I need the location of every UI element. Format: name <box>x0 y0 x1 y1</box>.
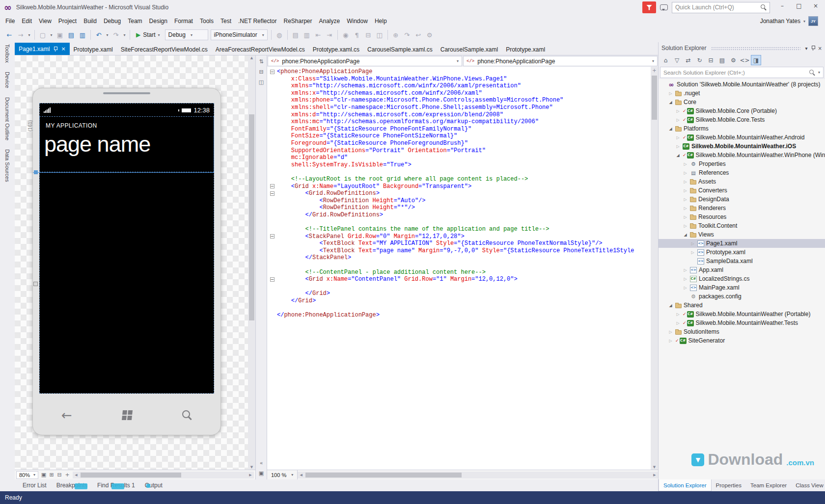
increase-indent-icon[interactable]: ⇥ <box>324 29 335 40</box>
tree-item-silkweb-mobile-core-portable[interactable]: ▷✓C#Silkweb.Mobile.Core (Portable) <box>659 106 825 115</box>
collapse-arrow-icon[interactable]: ◢ <box>668 127 673 131</box>
decrease-indent-icon[interactable]: ⇤ <box>313 29 324 40</box>
designer-code-splitter[interactable]: ⇅⊟◫ «▣ <box>255 55 267 479</box>
bottom-tab-output[interactable]: Output <box>141 480 166 490</box>
open-file-icon[interactable]: ▣ <box>55 29 65 40</box>
page-title-textblock[interactable]: page name <box>44 132 150 157</box>
code-horizontal-scrollbar[interactable]: ◀ ▶ <box>298 472 658 478</box>
scroll-up-icon[interactable]: ▲ <box>250 56 253 60</box>
expand-pane-icon[interactable]: ▣ <box>259 470 264 477</box>
tree-item-mainpage-xaml[interactable]: ▷<>MainPage.xaml <box>659 283 825 292</box>
menu-window[interactable]: Window <box>343 16 371 27</box>
expand-arrow-icon[interactable]: ▷ <box>683 277 688 281</box>
collapse-pane-icon[interactable]: « <box>260 460 263 466</box>
designer-horizontal-scrollbar[interactable]: ◀ ▶ <box>73 472 254 478</box>
expand-arrow-icon[interactable]: ▷ <box>683 286 688 290</box>
solution-explorer-search-input[interactable]: Search Solution Explorer (Ctrl+;) ▾ <box>660 67 824 78</box>
doc-tab-carouselsample-xaml[interactable]: CarouselSample.xaml <box>437 44 502 55</box>
scroll-left-icon[interactable]: ◀ <box>298 473 304 477</box>
breadcrumb-element-combo-right[interactable]: </> phone:PhoneApplicationPage ▾ <box>463 56 658 66</box>
quick-launch-input[interactable]: Quick Launch (Ctrl+Q) <box>672 2 770 13</box>
tool-tab-toolbox[interactable]: Toolbox <box>4 44 10 63</box>
solution-configuration-combo[interactable]: Debug▾ <box>165 29 208 40</box>
scrollbar-thumb[interactable] <box>652 76 657 120</box>
properties-icon[interactable]: ⚙ <box>728 55 739 65</box>
tree-item-prototype-xaml[interactable]: ▷<>Prototype.xaml <box>659 248 825 257</box>
tree-item-toolkit-content[interactable]: ▷Toolkit.Content <box>659 221 825 230</box>
tree-item-resources[interactable]: ▷Resources <box>659 212 825 221</box>
expand-arrow-icon[interactable]: ▷ <box>683 180 688 184</box>
menu-tools[interactable]: Tools <box>196 16 217 27</box>
new-file-dropdown-icon[interactable]: ▾ <box>49 33 54 37</box>
doc-tab-areaforecastreportviewmodel-cs[interactable]: AreaForecastReportViewModel.cs <box>212 44 309 55</box>
panel-tab-team-explorer[interactable]: Team Explorer <box>746 479 791 491</box>
options-icon[interactable]: ⚙ <box>424 29 435 40</box>
menu-view[interactable]: View <box>35 16 55 27</box>
horizontal-split-icon[interactable]: ⊟ <box>259 69 263 75</box>
doc-tab-prototype-xaml[interactable]: Prototype.xaml <box>502 44 549 55</box>
tree-item-solutionitems[interactable]: ▷SolutionItems <box>659 327 825 336</box>
feedback-bubble-icon[interactable] <box>660 4 668 10</box>
bottom-tab-error-list[interactable]: Error List <box>19 480 51 490</box>
tree-item-silkweb-mobile-mountainweather-tests[interactable]: ▷✓C#Silkweb.Mobile.MountainWeather.Tests <box>659 318 825 327</box>
title-drag-grip[interactable] <box>711 47 800 50</box>
expand-arrow-icon[interactable]: ▷ <box>683 162 688 166</box>
collapse-arrow-icon[interactable]: ◢ <box>668 303 673 308</box>
expand-arrow-icon[interactable]: ▷ <box>668 91 673 96</box>
fold-marker[interactable]: − <box>267 183 277 190</box>
close-button[interactable]: × <box>807 0 824 12</box>
expand-arrow-icon[interactable]: ▷ <box>683 171 688 175</box>
collapse-region-icon[interactable]: − <box>270 191 275 196</box>
grid-row-adorner[interactable] <box>33 282 38 286</box>
collapse-region-icon[interactable]: − <box>270 234 275 239</box>
menu-test[interactable]: Test <box>217 16 235 27</box>
tree-item-views[interactable]: ◢Views <box>659 230 825 239</box>
expand-arrow-icon[interactable]: ▷ <box>675 118 681 122</box>
close-icon[interactable]: × <box>818 46 822 51</box>
feedback-filter-icon[interactable] <box>642 1 656 13</box>
menu-build[interactable]: Build <box>80 16 100 27</box>
scroll-down-icon[interactable]: ▼ <box>653 465 656 469</box>
designer-canvas[interactable]: (161) 12:38 <box>15 55 255 470</box>
expand-arrow-icon[interactable]: ▷ <box>668 330 673 334</box>
tree-item-platforms[interactable]: ◢Platforms <box>659 124 825 133</box>
designer-zoom-combo[interactable]: 80% ▾ <box>16 471 38 479</box>
navigate-forward-icon[interactable]: → <box>15 29 26 40</box>
scroll-down-icon[interactable]: ▼ <box>250 465 253 469</box>
pin-icon[interactable] <box>811 46 815 51</box>
navigate-dropdown-icon[interactable]: ▾ <box>27 33 32 37</box>
show-all-files-icon[interactable]: ▤ <box>717 55 727 65</box>
target-device-combo[interactable]: iPhoneSimulator▾ <box>211 29 268 40</box>
editor-zoom-combo[interactable]: 100 % ▾ <box>267 470 298 479</box>
undo-icon[interactable]: ↶ <box>93 29 104 40</box>
attach-process-icon[interactable]: ⊕ <box>390 29 401 40</box>
navigate-backward-icon[interactable]: ← <box>4 29 15 40</box>
tree-item-silkweb-mobile-mountainweather-winphone-win[interactable]: ◢✓C#Silkweb.Mobile.MountainWeather.WinPh… <box>659 151 825 159</box>
tree-item-core[interactable]: ◢Core <box>659 98 825 106</box>
undo-dropdown-icon[interactable]: ▾ <box>105 33 110 37</box>
sync-with-active-document-icon[interactable]: ⇄ <box>683 55 693 65</box>
tree-item-app-xaml[interactable]: ▷<>App.xaml <box>659 265 825 274</box>
expand-arrow-icon[interactable]: ▷ <box>683 206 688 211</box>
menu-debug[interactable]: Debug <box>100 16 124 27</box>
bottom-tab-breakpoints[interactable]: Breakpoints <box>53 480 91 490</box>
doc-tab-page1-xaml[interactable]: Page1.xaml× <box>15 43 70 55</box>
menu-design[interactable]: Design <box>146 16 171 27</box>
find-icon[interactable]: ◍ <box>274 29 285 40</box>
code-vertical-scrollbar[interactable]: ▲ ▼ <box>651 67 658 470</box>
breadcrumb-element-combo-left[interactable]: </> phone:PhoneApplicationPage ▾ <box>268 56 462 66</box>
tool-tab-document-outline[interactable]: Document Outline <box>4 97 10 140</box>
step-over-icon[interactable]: ↷ <box>402 29 412 40</box>
menu-project[interactable]: Project <box>55 16 80 27</box>
new-file-icon[interactable]: ▢ <box>37 29 48 40</box>
menu-analyze[interactable]: Analyze <box>316 16 344 27</box>
fold-marker[interactable]: − <box>267 233 277 240</box>
show-snap-grid-icon[interactable]: ⊞ <box>48 472 55 478</box>
tree-item-page1-xaml[interactable]: ▷<>Page1.xaml <box>659 239 825 248</box>
word-wrap-icon[interactable]: ↩ <box>413 29 424 40</box>
code-editor-body[interactable]: −<phone:PhoneApplicationPage x:Class="Si… <box>267 67 658 470</box>
panel-tab-solution-explorer[interactable]: Solution Explorer <box>659 479 712 491</box>
window-position-icon[interactable]: ▾ <box>805 46 808 51</box>
view-code-icon[interactable]: <> <box>740 55 750 65</box>
expand-arrow-icon[interactable]: ▷ <box>675 135 681 140</box>
